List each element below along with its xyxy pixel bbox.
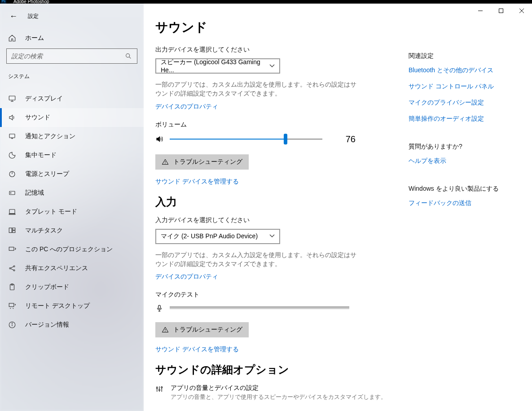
sidebar-item-tablet[interactable]: タブレット モード [0,202,144,221]
sidebar-item-focus[interactable]: 集中モード [0,146,144,165]
sidebar-item-clipboard[interactable]: クリップボード [0,278,144,297]
svg-rect-12 [9,228,12,233]
volume-slider[interactable] [170,139,322,140]
output-troubleshoot-button[interactable]: トラブルシューティング [155,154,249,170]
app-volume-icon [155,385,163,393]
help-group: 質問がありますか? ヘルプを表示 [409,143,532,165]
speaker-icon[interactable] [155,135,163,143]
maximize-button[interactable] [491,4,511,18]
sidebar-item-label: リモート デスクトップ [25,302,90,310]
home-button[interactable]: ホーム [0,30,144,48]
power-icon [8,170,16,178]
output-device-properties-link[interactable]: デバイスのプロパティ [155,103,218,111]
sidebar-item-sound[interactable]: サウンド [0,108,144,127]
output-description: 一部のアプリでは、カスタム出力設定を使用します。それらの設定はサウンドの詳細設定… [155,80,357,98]
sidebar-item-storage[interactable]: 記憶域 [0,184,144,202]
minimize-button[interactable] [470,4,491,18]
sound-icon [8,114,16,122]
svg-point-16 [9,268,11,269]
close-button[interactable] [511,4,532,18]
sidebar-item-about[interactable]: バージョン情報 [0,315,144,334]
app-volume-settings-row[interactable]: アプリの音量とデバイスの設定 アプリの音量と、アプリで使用するスピーカーやデバイ… [155,384,397,401]
output-troubleshoot-label: トラブルシューティング [173,158,242,166]
search-icon [124,52,132,60]
sidebar-item-label: 通知とアクション [25,132,75,140]
manage-output-devices-link[interactable]: サウンド デバイスを管理する [155,178,397,186]
input-device-properties-link[interactable]: デバイスのプロパティ [155,273,218,281]
output-device-selected: スピーカー (Logicool G433 Gaming He... [161,58,269,74]
search-box[interactable] [6,48,137,64]
sidebar-item-shared[interactable]: 共有エクスペリエンス [0,259,144,278]
feedback-group: Windows をより良い製品にする フィードバックの送信 [409,185,532,207]
app-volume-title: アプリの音量とデバイスの設定 [171,384,387,392]
sidebar-item-label: タブレット モード [25,208,77,216]
svg-point-39 [159,389,160,391]
sidebar-item-power[interactable]: 電源とスリープ [0,165,144,184]
projection-icon [8,245,16,254]
window-title: 設定 [28,13,39,20]
settings-window: ← 設定 ホーム システム ディスプレイサウンド通知とアクション集中モード電源と… [0,4,532,411]
svg-rect-11 [9,214,15,215]
output-device-label: 出力デバイスを選択してください [155,46,397,54]
svg-rect-2 [9,96,15,100]
svg-point-41 [161,387,163,388]
category-label: システム [0,70,144,83]
sidebar-item-display[interactable]: ディスプレイ [0,89,144,108]
input-device-selected: マイク (2- USB PnP Audio Device) [161,232,258,240]
tablet-icon [8,208,16,216]
sidebar-item-label: クリップボード [25,283,69,291]
notifications-icon [8,132,16,140]
mic-level-bar [170,307,349,309]
sidebar-item-notifications[interactable]: 通知とアクション [0,127,144,146]
output-device-dropdown[interactable]: スピーカー (Logicool G433 Gaming He... [155,58,280,74]
svg-line-20 [11,269,13,270]
multitask-icon [8,227,16,235]
related-link-0[interactable]: Bluetooth とその他のデバイス [409,66,532,74]
home-icon [8,34,16,42]
help-link[interactable]: ヘルプを表示 [409,157,532,165]
sidebar-item-label: 集中モード [25,151,57,159]
back-button[interactable]: ← [8,11,19,22]
input-description: 一部のアプリでは、カスタム入力設定を使用します。それらの設定はサウンドの詳細設定… [155,250,357,269]
svg-rect-13 [13,228,15,230]
volume-label: ボリューム [155,121,397,129]
svg-rect-28 [499,9,503,13]
chevron-down-icon [269,234,275,239]
page-title: サウンド [155,19,397,36]
nav-list: ディスプレイサウンド通知とアクション集中モード電源とスリープ記憶域タブレット モ… [0,83,144,334]
feedback-link[interactable]: フィードバックの送信 [409,199,532,207]
sidebar-item-label: バージョン情報 [25,321,69,329]
sidebar: ← 設定 ホーム システム ディスプレイサウンド通知とアクション集中モード電源と… [0,4,144,411]
manage-input-devices-link[interactable]: サウンド デバイスを管理する [155,345,397,354]
svg-point-32 [165,163,165,163]
app-volume-desc: アプリの音量と、アプリで使用するスピーカーやデバイスをカスタマイズします。 [171,393,387,401]
related-link-3[interactable]: 簡単操作のオーディオ設定 [409,115,532,123]
microphone-icon [155,304,163,312]
svg-point-0 [126,54,130,57]
svg-line-19 [11,267,13,268]
svg-point-17 [13,266,15,267]
sidebar-item-multitask[interactable]: マルチタスク [0,221,144,240]
input-heading: 入力 [155,195,397,209]
home-label: ホーム [25,34,44,42]
sidebar-item-projection[interactable]: この PC へのプロジェクション [0,240,144,259]
input-troubleshoot-button[interactable]: トラブルシューティング [155,322,249,337]
chevron-down-icon [269,64,275,69]
volume-slider-thumb[interactable] [284,134,287,144]
search-input[interactable] [11,52,124,60]
display-icon [8,95,16,103]
background-app-strip: Ps Adobe Photoshop [0,0,532,4]
sidebar-item-label: この PC へのプロジェクション [25,245,113,254]
related-link-2[interactable]: マイクのプライバシー設定 [409,99,532,107]
input-device-dropdown[interactable]: マイク (2- USB PnP Audio Device) [155,229,280,244]
sidebar-item-remote[interactable]: リモート デスクトップ [0,297,144,315]
svg-rect-14 [13,231,15,233]
about-icon [8,321,16,329]
help-heading: 質問がありますか? [409,143,532,151]
main-area: サウンド 出力デバイスを選択してください スピーカー (Logicool G43… [144,4,532,411]
advanced-heading: サウンドの詳細オプション [155,363,397,377]
shared-icon [8,264,16,272]
related-link-1[interactable]: サウンド コントロール パネル [409,83,532,91]
sidebar-item-label: ディスプレイ [25,95,63,103]
svg-rect-10 [9,210,15,214]
